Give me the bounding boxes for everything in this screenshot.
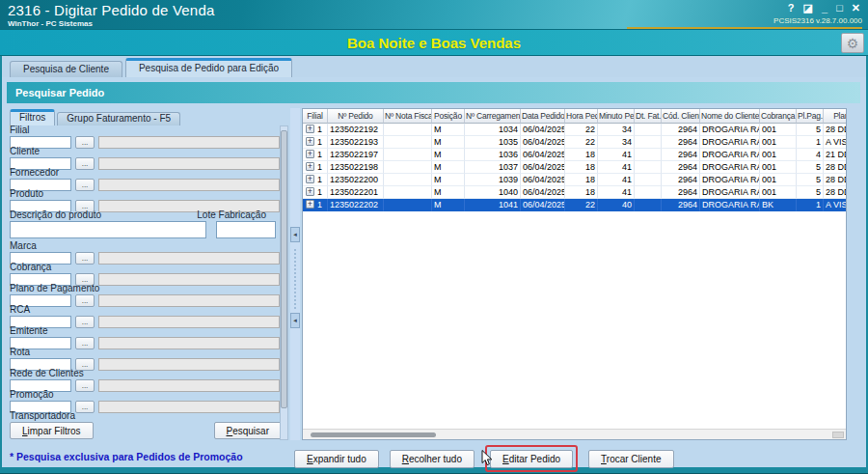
- table-row[interactable]: +11235022197M103606/04/202518412964DROGA…: [303, 149, 847, 161]
- lookup-button[interactable]: ...: [75, 157, 95, 170]
- column-header[interactable]: Cobrança: [760, 109, 797, 124]
- field-label: Descrição do produto: [10, 210, 101, 220]
- clear-filters-button[interactable]: Limpar Filtros: [10, 422, 94, 439]
- table-cell: 28 DD: [824, 161, 847, 174]
- column-header[interactable]: Posição: [432, 109, 465, 124]
- expand-icon[interactable]: +: [306, 162, 314, 171]
- table-row[interactable]: +11235022201M104006/04/202518412964DROGA…: [303, 186, 847, 199]
- table-cell: 1037: [465, 161, 521, 174]
- grid-hscrollbar[interactable]: [303, 429, 846, 439]
- restore-icon[interactable]: ◪: [803, 2, 813, 14]
- lookup-button[interactable]: ...: [75, 316, 95, 328]
- table-cell: 1041: [465, 199, 521, 211]
- column-header[interactable]: Plano: [824, 109, 847, 124]
- table-cell: M: [432, 199, 465, 211]
- column-header[interactable]: Hora Ped.: [565, 109, 598, 124]
- minimize-icon[interactable]: _: [822, 2, 827, 14]
- filter-field: Fornecedor...: [10, 168, 280, 189]
- lookup-button[interactable]: ...: [75, 179, 95, 191]
- close-icon[interactable]: ✕: [852, 2, 860, 14]
- lot-input[interactable]: [216, 221, 276, 238]
- filter-field: Descrição do produtoLote Fabricação: [10, 210, 280, 241]
- expand-icon[interactable]: +: [306, 187, 314, 196]
- table-row[interactable]: +11235022193M103506/04/202522342964DROGA…: [303, 136, 847, 149]
- table-cell: 21 DD U: [824, 149, 847, 161]
- greeting-text: Boa Noite e Boas Vendas: [347, 35, 521, 51]
- table-cell: 1034: [465, 124, 521, 136]
- table-cell: [635, 161, 662, 174]
- expand-icon[interactable]: +: [306, 150, 314, 158]
- footer-button-3[interactable]: Editar Pedido: [490, 450, 573, 468]
- window-title: 2316 - Digitar Pedido de Venda: [8, 2, 214, 18]
- expand-icon[interactable]: +: [306, 137, 314, 146]
- column-header[interactable]: Nome do Cliente: [700, 109, 760, 124]
- lookup-button[interactable]: ...: [75, 252, 95, 265]
- table-row[interactable]: +11235022198M103706/04/202518412964DROGA…: [303, 161, 847, 174]
- settings-button[interactable]: ⚙: [841, 33, 864, 53]
- field-row: ...: [10, 294, 280, 307]
- filter-tab-1[interactable]: Filtros: [10, 109, 55, 125]
- lookup-button[interactable]: ...: [75, 294, 95, 307]
- column-header[interactable]: Pl.Pag.: [797, 109, 824, 124]
- filter-description-field: [98, 273, 280, 286]
- filter-field: Rota...: [10, 348, 280, 369]
- table-cell: 22: [565, 199, 598, 211]
- table-cell: 001: [760, 136, 797, 149]
- table-cell: [635, 186, 662, 199]
- table-cell: DROGARIA RAIA: [700, 199, 760, 211]
- lookup-button[interactable]: ...: [75, 379, 95, 392]
- main-tab-1[interactable]: Pesquisa de Cliente: [10, 61, 122, 77]
- footer-button-2[interactable]: Recolher tudo: [390, 450, 475, 468]
- filter-field: Plano de Pagamento...: [10, 284, 280, 305]
- filter-scrollbar[interactable]: [280, 125, 288, 440]
- column-header[interactable]: Nº Nota Fiscal: [384, 109, 432, 124]
- cell-value: 1: [317, 200, 322, 209]
- table-cell: M: [432, 149, 465, 161]
- table-row[interactable]: +11235022202M104106/04/202522402964DROGA…: [303, 199, 847, 211]
- search-button[interactable]: Pesquisar: [214, 422, 282, 439]
- table-cell: +1: [303, 161, 328, 174]
- field-row: ...: [10, 316, 280, 328]
- expand-icon[interactable]: +: [306, 125, 314, 133]
- footer-button-1[interactable]: Expandir tudo: [294, 450, 379, 468]
- table-cell: 2964: [662, 199, 700, 211]
- lookup-button[interactable]: ...: [75, 136, 95, 149]
- collapse-left-icon[interactable]: ◄: [290, 227, 300, 242]
- table-cell: 34: [598, 124, 635, 136]
- table-cell: 5: [797, 186, 824, 199]
- greeting-banner: Boa Noite e Boas Vendas ⚙: [0, 29, 868, 56]
- expand-icon[interactable]: +: [306, 175, 314, 183]
- panel-splitter[interactable]: ◄ ◄: [290, 108, 300, 440]
- table-row[interactable]: +11235022200M103906/04/202518412964DROGA…: [303, 174, 847, 186]
- help-icon[interactable]: ?: [788, 2, 795, 14]
- column-header[interactable]: Minuto Ped.: [598, 109, 635, 124]
- column-header[interactable]: Nº Pedido: [328, 109, 384, 124]
- lookup-button[interactable]: ...: [75, 401, 95, 413]
- hscrollbar-thumb[interactable]: [311, 432, 436, 437]
- collapse-left-icon[interactable]: ◄: [290, 313, 300, 328]
- product-description-input[interactable]: [10, 221, 206, 238]
- column-header[interactable]: Filial: [303, 109, 328, 124]
- table-cell: 001: [760, 124, 797, 136]
- splitter-grip[interactable]: [294, 249, 296, 309]
- filter-tab-2[interactable]: Grupo Faturamento - F5: [57, 112, 180, 125]
- table-cell: 1035: [465, 136, 521, 149]
- expand-icon[interactable]: +: [306, 200, 314, 209]
- column-header[interactable]: Cód. Cliente: [662, 109, 700, 124]
- version-label: PCSIS2316 v.28.7.00.000: [773, 16, 862, 25]
- table-row[interactable]: +11235022192M103406/04/202522342964DROGA…: [303, 124, 847, 136]
- column-header[interactable]: Dt. Fat.: [635, 109, 662, 124]
- footer-button-4[interactable]: Trocar Cliente: [588, 450, 673, 468]
- field-label: Lote Fabricação: [197, 210, 266, 220]
- table-cell: 28 DD: [824, 174, 847, 186]
- maximize-icon[interactable]: □: [836, 2, 843, 14]
- column-header[interactable]: Data Pedido: [521, 109, 565, 124]
- main-tab-2[interactable]: Pesquisa de Pedido para Edição: [125, 58, 292, 77]
- filter-field: RCA...: [10, 305, 280, 326]
- gear-icon: ⚙: [847, 37, 859, 50]
- column-header[interactable]: Nº Carregamento: [465, 109, 521, 124]
- table-cell: 22: [565, 136, 598, 149]
- cell-value: 1: [317, 150, 322, 159]
- lookup-button[interactable]: ...: [75, 337, 95, 349]
- scrollbar-thumb[interactable]: [281, 130, 287, 408]
